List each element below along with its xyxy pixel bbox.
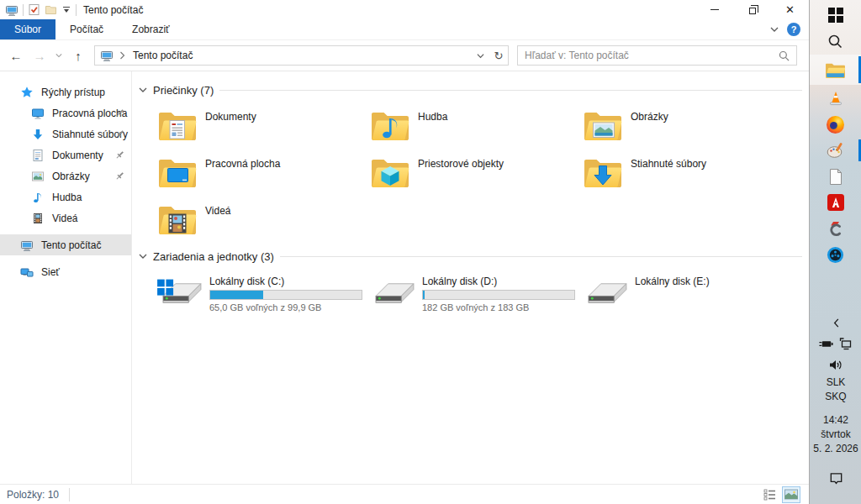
taskbar-firefox-button[interactable] [810,112,861,137]
network-status-icon[interactable] [839,337,853,351]
downloads-icon [31,128,45,141]
sidebar-item-network[interactable]: Sieť [0,261,131,282]
system-menu-icon[interactable] [5,3,18,17]
breadcrumb-chevron-icon[interactable] [119,51,126,60]
folder-tile-desktop[interactable]: Pracovná plocha [154,150,367,197]
sidebar-item-videos[interactable]: Videá [0,207,131,228]
drive-name: Lokálny disk (D:) [422,276,575,287]
folder-tile-3d-objects[interactable]: Priestorové objekty [367,150,579,197]
separator [23,4,24,16]
sidebar-item-label: Obrázky [52,171,90,182]
status-bar: Položky: 10 [0,484,809,504]
language-indicator[interactable]: SLK SKQ [810,375,861,404]
action-center-icon [828,470,844,486]
clock-weekday: štvrtok [810,428,861,442]
pin-icon [114,108,125,118]
taskbar: SLK SKQ 14:42 štvrtok 5. 2. 2026 [809,0,861,504]
breadcrumb[interactable]: Tento počítač [128,50,198,61]
chevron-left-icon [832,318,841,328]
downloads-folder-icon [583,154,623,191]
sidebar-item-desktop[interactable]: Pracovná plocha [0,102,131,123]
group-header-folders[interactable]: Priečinky (7) [139,81,809,98]
ribbon-expand-icon[interactable] [770,25,779,34]
clock[interactable]: 14:42 štvrtok 5. 2. 2026 [810,413,861,456]
pin-icon [114,129,125,139]
action-center-button[interactable] [810,470,861,486]
pictures-folder-icon [583,107,623,144]
title-bar: Tento počítač ✕ [0,0,809,19]
volume-icon[interactable] [810,358,861,372]
search-icon[interactable] [779,50,790,61]
address-dropdown-icon[interactable] [471,46,489,65]
tray-status-icons [810,337,861,351]
drive-tile-d[interactable]: Lokálny disk (D:) 182 GB voľných z 183 G… [367,271,579,323]
tray-hidden-icons-button[interactable] [810,318,861,328]
qat-customize-icon[interactable] [61,7,71,13]
close-button[interactable]: ✕ [771,0,809,19]
taskbar-vlc-button[interactable] [810,86,861,111]
tab-computer[interactable]: Počítač [55,19,118,39]
folder-tile-downloads[interactable]: Stiahnuté súbory [579,150,792,197]
sidebar-item-downloads[interactable]: Stiahnuté súbory [0,123,131,144]
clock-time: 14:42 [810,413,861,428]
windows-logo-icon [827,7,844,24]
minimize-button[interactable] [695,0,733,19]
drive-icon [581,277,628,309]
drive-name: Lokálny disk (C:) [209,276,362,287]
help-button[interactable]: ? [787,23,800,36]
tab-file[interactable]: Súbor [0,19,55,39]
taskbar-acrobat-button[interactable] [810,190,861,215]
details-view-button[interactable] [760,486,779,503]
taskbar-media-reel-button[interactable] [810,242,861,267]
folder-tile-videos[interactable]: Videá [154,197,367,244]
pin-icon [114,171,125,181]
document-icon [827,168,843,186]
address-bar[interactable]: Tento počítač ↻ [94,45,509,66]
drive-usage-bar [209,290,362,300]
drive-tile-e[interactable]: Lokálny disk (E:) [579,271,792,323]
navigation-pane: Rýchly prístup Pracovná plocha Stiahnuté… [0,71,132,484]
start-button[interactable] [810,3,861,28]
file-explorer-window: Tento počítač ✕ Súbor Počítač Zobraziť ?… [0,0,809,504]
qat-properties-icon[interactable] [28,3,40,16]
system-drive-icon [156,277,203,309]
folder-tile-documents[interactable]: Dokumenty [154,103,367,150]
window-title: Tento počítač [83,4,143,16]
music-icon [31,191,45,204]
taskbar-file-explorer-button[interactable] [810,55,861,85]
quick-access-toolbar [5,3,77,17]
music-folder-icon [370,107,410,144]
sidebar-item-documents[interactable]: Dokumenty [0,144,131,165]
refresh-icon[interactable]: ↻ [489,46,508,65]
taskbar-notepad-button[interactable] [810,164,861,189]
recent-locations-icon[interactable] [52,45,66,66]
vlc-icon [827,90,844,107]
large-icons-view-button[interactable] [782,486,800,503]
group-header-drives[interactable]: Zariadenia a jednotky (3) [139,248,809,265]
folder-tile-pictures[interactable]: Obrázky [579,103,792,150]
file-explorer-icon [825,60,846,80]
up-button[interactable]: ↑ [67,45,89,66]
taskbar-ccleaner-button[interactable] [810,216,861,241]
sidebar-item-music[interactable]: Hudba [0,186,131,207]
restore-button[interactable] [733,0,771,19]
drive-name: Lokálny disk (E:) [635,276,710,287]
folder-tile-music[interactable]: Hudba [367,103,579,150]
power-icon[interactable] [818,337,834,351]
film-reel-icon [827,246,844,264]
items-count: Položky: 10 [7,489,59,501]
search-input[interactable] [518,50,779,61]
taskbar-paint-button[interactable] [810,138,861,163]
videos-folder-icon [157,201,198,238]
drive-tile-c[interactable]: Lokálny disk (C:) 65,0 GB voľných z 99,9… [154,271,367,323]
sidebar-item-label: Videá [52,213,77,224]
back-button[interactable]: ← [5,45,27,66]
sidebar-item-pictures[interactable]: Obrázky [0,165,131,186]
drive-usage-bar [422,290,575,300]
sidebar-item-quick-access[interactable]: Rýchly prístup [0,81,131,102]
forward-button[interactable]: → [29,45,50,66]
tab-view[interactable]: Zobraziť [118,19,184,39]
sidebar-item-this-pc[interactable]: Tento počítač [0,234,131,255]
qat-new-folder-icon[interactable] [45,3,57,16]
taskbar-search-button[interactable] [810,29,861,54]
